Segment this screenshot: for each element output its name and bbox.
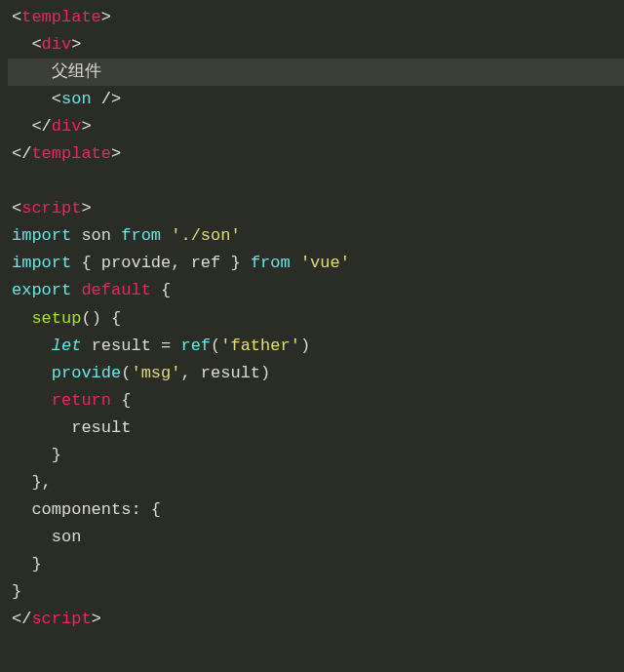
code-line[interactable]: son [8, 524, 624, 551]
keyword-default: default [81, 281, 150, 299]
code-line[interactable]: components: { [8, 496, 624, 524]
brace-open: { [81, 254, 91, 272]
code-line[interactable]: } [8, 442, 624, 469]
tag-div: div [42, 35, 72, 54]
bracket-open: < [12, 199, 21, 217]
self-close: /> [92, 90, 122, 108]
string-father: 'father' [220, 336, 300, 355]
code-line[interactable]: }, [8, 469, 624, 496]
tag-template: template [21, 8, 101, 26]
fn-provide: provide [52, 364, 121, 382]
brace-close: } [230, 254, 240, 272]
bracket-close: > [111, 144, 121, 163]
string-vue: 'vue' [300, 254, 350, 272]
bracket-open: < [52, 90, 61, 108]
keyword-import: import [12, 254, 71, 272]
bracket-close: > [81, 117, 91, 136]
bracket-close-open: </ [31, 117, 51, 136]
tag-div-close: div [52, 117, 82, 136]
bracket-close-open: </ [12, 144, 31, 163]
paren-close: ) [92, 309, 101, 328]
code-line[interactable]: </script> [8, 606, 624, 633]
code-line[interactable]: <div> [8, 31, 624, 59]
tag-script: script [21, 199, 81, 217]
code-line[interactable]: </template> [8, 140, 624, 168]
code-line[interactable]: } [8, 551, 624, 578]
bracket-close: > [92, 610, 101, 628]
paren-close: ) [300, 336, 310, 355]
brace-open: { [151, 500, 161, 519]
tag-son: son [61, 90, 92, 108]
code-line-empty[interactable] [8, 168, 624, 195]
code-line[interactable]: <script> [8, 195, 624, 222]
comma: , [171, 254, 180, 272]
equals: = [151, 336, 181, 355]
comma: , [180, 364, 190, 382]
string-son-path: './son' [171, 226, 240, 245]
keyword-from: from [121, 226, 161, 245]
brace-close: } [52, 446, 61, 464]
bracket-close-open: </ [12, 610, 31, 628]
code-line[interactable]: <son /> [8, 86, 624, 113]
code-line[interactable]: import { provide, ref } from 'vue' [8, 250, 624, 277]
keyword-return: return [52, 391, 111, 410]
code-line[interactable]: export default { [8, 277, 624, 304]
ident-provide: provide [101, 254, 171, 272]
tag-script-close: script [31, 610, 91, 628]
brace-open: { [161, 281, 171, 299]
text-parent-component: 父组件 [52, 62, 101, 81]
string-msg: 'msg' [131, 364, 180, 382]
bracket-close: > [81, 199, 91, 217]
code-line[interactable]: <template> [8, 4, 624, 31]
colon: : [131, 500, 150, 519]
keyword-export: export [12, 281, 71, 299]
fn-ref: ref [180, 336, 211, 355]
code-line[interactable]: import son from './son' [8, 222, 624, 250]
ident-components: components [31, 500, 131, 519]
brace-close: } [31, 555, 41, 573]
keyword-let: let [52, 336, 82, 355]
code-line[interactable]: return { [8, 387, 624, 415]
code-line[interactable]: } [8, 578, 624, 606]
brace-open: { [111, 309, 121, 328]
ident-son: son [52, 528, 82, 546]
code-line[interactable]: result [8, 415, 624, 442]
code-editor[interactable]: <template> <div> 父组件 <son /> </div> </te… [0, 0, 624, 633]
ident-result: result [201, 364, 260, 382]
brace-close: } [12, 582, 21, 601]
comma: , [42, 473, 52, 492]
code-line[interactable]: </div> [8, 113, 624, 140]
code-line[interactable]: provide('msg', result) [8, 360, 624, 387]
ident-result: result [92, 336, 151, 355]
paren-close: ) [260, 364, 270, 382]
bracket-close: > [101, 8, 111, 26]
code-line[interactable]: setup() { [8, 305, 624, 333]
bracket-close: > [71, 35, 81, 54]
paren-open: ( [211, 336, 220, 355]
code-line-highlighted[interactable]: 父组件 [8, 59, 624, 86]
code-line[interactable]: let result = ref('father') [8, 333, 624, 360]
ident-ref: ref [191, 254, 221, 272]
paren-open: ( [121, 364, 131, 382]
brace-close: } [31, 473, 41, 492]
keyword-import: import [12, 226, 71, 245]
brace-open: { [121, 391, 131, 410]
tag-template-close: template [31, 144, 111, 163]
ident-result: result [71, 418, 131, 437]
keyword-from: from [251, 254, 291, 272]
paren-open: ( [81, 309, 91, 328]
bracket-open: < [12, 8, 21, 26]
method-setup: setup [31, 309, 81, 328]
bracket-open: < [31, 35, 41, 54]
ident-son: son [81, 226, 111, 245]
